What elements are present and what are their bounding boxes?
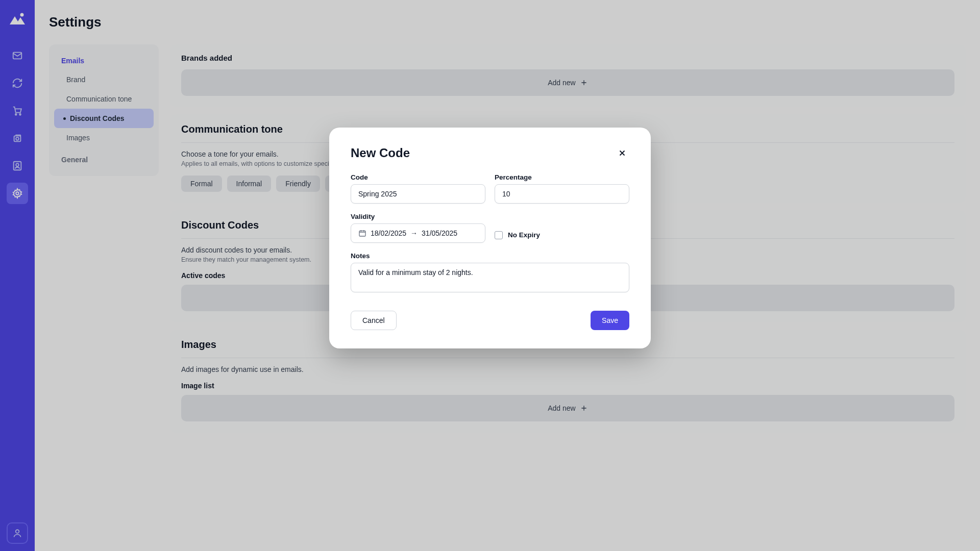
close-icon	[618, 148, 627, 158]
calendar-icon	[358, 229, 366, 237]
date-end: 31/05/2025	[422, 229, 457, 237]
save-button[interactable]: Save	[591, 311, 629, 330]
percentage-input[interactable]	[495, 184, 629, 204]
cancel-button[interactable]: Cancel	[351, 311, 397, 330]
percentage-label: Percentage	[495, 173, 629, 181]
date-arrow: →	[410, 229, 418, 237]
no-expiry-checkbox[interactable]	[495, 231, 503, 239]
code-input[interactable]	[351, 184, 485, 204]
notes-label: Notes	[351, 252, 629, 260]
modal-title: New Code	[351, 146, 410, 160]
validity-label: Validity	[351, 213, 485, 220]
svg-rect-10	[359, 231, 365, 236]
new-code-modal: New Code Code Percentage Validity 18/02/…	[329, 128, 651, 348]
date-start: 18/02/2025	[371, 229, 406, 237]
code-label: Code	[351, 173, 485, 181]
no-expiry-label: No Expiry	[508, 231, 540, 239]
notes-input[interactable]	[351, 263, 629, 292]
close-button[interactable]	[615, 146, 629, 160]
validity-date-picker[interactable]: 18/02/2025 → 31/05/2025	[351, 223, 485, 243]
